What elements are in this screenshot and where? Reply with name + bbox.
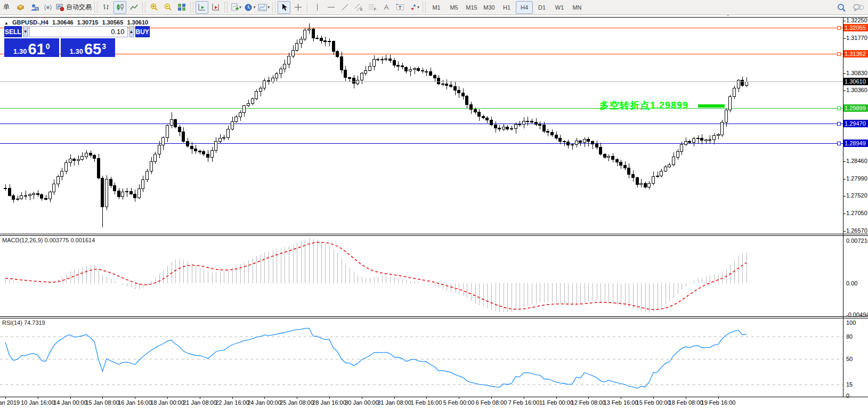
- time-axis-label: 18 Jan 00:00: [150, 399, 184, 406]
- price-axis-border: [843, 17, 843, 397]
- time-tick: [459, 397, 459, 399]
- sell-price-panel[interactable]: 1.30 61 0: [4, 38, 59, 57]
- chart-shift-marker[interactable]: ⌃: [726, 15, 731, 19]
- time-tick: [167, 397, 168, 399]
- current-price-label: 1.30610: [843, 78, 868, 85]
- time-axis-label: 15 Feb 00:00: [636, 399, 671, 406]
- time-axis-label: 31 Jan 08:00: [377, 399, 411, 406]
- price-tick: [843, 196, 846, 196]
- time-tick: [5, 397, 6, 399]
- time-axis-border: [0, 397, 868, 397]
- time-tick: [232, 397, 233, 399]
- price-tick: [843, 21, 846, 21]
- price-tick-label: 1.30830: [846, 70, 867, 76]
- time-tick: [264, 397, 265, 399]
- time-tick: [200, 397, 200, 399]
- time-axis-label: 25 Jan 08:00: [280, 399, 314, 406]
- time-tick: [297, 397, 297, 399]
- time-axis-label: 16 Jan 16:00: [118, 399, 152, 406]
- time-axis-label: 11 Feb 00:00: [539, 399, 573, 406]
- one-click-trading-panel: SELL ▼ ▲ BUY 1.30 61 0 1.30 65 3: [4, 26, 115, 57]
- price-tick: [843, 38, 846, 39]
- time-axis-label: 19 Feb 16:00: [701, 399, 736, 406]
- time-axis-label: 18 Feb 08:00: [669, 399, 703, 406]
- macd-axis-label: 0.007216: [846, 237, 868, 244]
- time-tick: [686, 397, 686, 399]
- time-tick: [426, 397, 427, 399]
- rsi-label: RSI(14) 74.7319: [2, 319, 45, 326]
- rsi-axis-label: 80: [846, 333, 853, 340]
- price-tick-label: 1.32250: [846, 17, 867, 23]
- time-tick: [70, 397, 71, 399]
- level-price-label: 1.29899: [843, 104, 868, 112]
- buy-price-panel[interactable]: 1.30 65 3: [61, 38, 116, 57]
- pane-separator[interactable]: [0, 318, 868, 318]
- price-tick-label: 1.27050: [846, 210, 867, 216]
- macd-label: MACD(12,26,9) 0.003775 0.001614: [2, 237, 95, 243]
- buy-price-pips: 65: [84, 43, 101, 55]
- time-tick: [135, 397, 135, 399]
- time-tick: [524, 397, 524, 399]
- level-price-label: 1.28949: [843, 140, 868, 147]
- time-tick: [362, 397, 362, 399]
- price-tick: [843, 214, 846, 214]
- pane-separator[interactable]: [0, 234, 868, 234]
- sell-button[interactable]: SELL: [4, 26, 22, 37]
- time-axis-label: 21 Jan 08:00: [183, 399, 217, 406]
- price-tick: [843, 91, 846, 91]
- time-tick: [588, 397, 589, 399]
- time-axis-label: 1 Feb 16:00: [411, 399, 442, 406]
- rsi-axis-label: 50: [846, 356, 853, 362]
- macd-axis-label: -0.004943: [846, 311, 868, 318]
- time-axis-label: 9 Jan 2019: [0, 399, 20, 406]
- buy-button[interactable]: BUY: [135, 26, 150, 37]
- time-axis-label: 5 Feb 00:00: [443, 399, 475, 406]
- time-axis-label: 15 Jan 08:00: [85, 399, 119, 406]
- chat-icon[interactable]: [852, 1, 865, 14]
- volume-decrease-button[interactable]: ▼: [23, 26, 28, 37]
- buy-price-point: 3: [102, 44, 106, 49]
- time-tick: [38, 397, 38, 399]
- level-price-label: 1.29470: [843, 120, 868, 127]
- pane-separator[interactable]: [0, 235, 868, 236]
- volume-increase-button[interactable]: ▲: [129, 26, 134, 37]
- rsi-axis-label: 0: [846, 392, 849, 399]
- price-tick: [843, 231, 846, 232]
- price-tick-label: 1.26570: [846, 227, 867, 234]
- time-axis-label: 28 Jan 16:00: [312, 399, 346, 406]
- time-axis-label: 14 Jan 00:00: [53, 399, 87, 406]
- time-tick: [491, 397, 492, 399]
- macd-axis-label: 0.00: [846, 280, 857, 286]
- time-axis-label: 6 Feb 08:00: [476, 399, 507, 406]
- time-tick: [621, 397, 621, 399]
- price-tick: [843, 179, 846, 179]
- level-price-label: 1.32055: [843, 24, 868, 31]
- time-axis-label: 10 Jan 16:00: [21, 399, 55, 406]
- price-tick-label: 1.30360: [846, 87, 867, 93]
- sell-price-base: 1.30: [13, 47, 27, 55]
- price-tick: [843, 161, 846, 162]
- price-tick-label: 1.27520: [846, 192, 867, 199]
- time-axis-label: 13 Feb 16:00: [604, 399, 638, 406]
- volume-input[interactable]: [29, 26, 128, 37]
- time-axis-label: 12 Feb 08:00: [571, 399, 606, 406]
- time-axis-label: 22 Jan 16:00: [215, 399, 249, 406]
- rsi-axis-label: 15: [846, 381, 853, 388]
- chart-top-border: [0, 17, 868, 18]
- mt4-terminal: 单 自动交易: [0, 0, 868, 410]
- time-tick: [556, 397, 557, 399]
- time-tick: [718, 397, 719, 399]
- price-annotation-text[interactable]: 多空转折点1.29899: [543, 99, 688, 112]
- time-axis-label: 24 Jan 00:00: [247, 399, 281, 406]
- price-tick-label: 1.31770: [846, 35, 867, 41]
- chart-canvas[interactable]: [0, 0, 843, 410]
- buy-price-base: 1.30: [70, 47, 83, 55]
- time-axis-label: 7 Feb 16:00: [508, 399, 540, 406]
- pane-separator[interactable]: [0, 316, 868, 317]
- time-axis-label: 30 Jan 00:00: [345, 399, 379, 406]
- green-line-segment[interactable]: [698, 104, 725, 108]
- time-tick: [102, 397, 103, 399]
- price-tick-label: 1.27990: [846, 175, 867, 182]
- sell-price-pips: 61: [28, 43, 45, 55]
- price-tick-label: 1.28460: [846, 158, 867, 164]
